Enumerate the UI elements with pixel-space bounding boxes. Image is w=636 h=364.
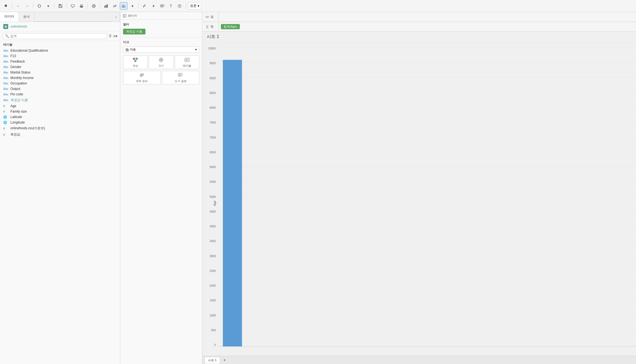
field-family-size[interactable]: # Family size	[0, 109, 120, 114]
marks-type-dropdown[interactable]: 자동 ▾	[123, 46, 199, 53]
swap-icon[interactable]	[111, 2, 119, 10]
field-name: Monthly Income	[10, 76, 34, 80]
view-icon[interactable]: ≡▾	[113, 34, 117, 38]
sheet-tab-bar: 시트 1 +	[202, 356, 636, 364]
type-icon-abc: Abc	[3, 93, 9, 96]
grid-line	[217, 212, 636, 212]
grid-line	[217, 257, 636, 257]
filter-icon[interactable]: ⊽	[109, 34, 112, 38]
pause-button[interactable]	[90, 2, 98, 10]
y-label-7000: 7000	[210, 136, 217, 139]
sep7	[138, 3, 139, 9]
svg-rect-8	[106, 5, 107, 8]
svg-point-24	[133, 58, 135, 60]
back-button[interactable]: ←	[14, 2, 22, 10]
marks-color-btn[interactable]: 색상	[123, 55, 148, 69]
save-button[interactable]	[57, 2, 64, 10]
marks-label-btn[interactable]: 레이블	[175, 55, 199, 69]
field-pin-code[interactable]: Abc Pin code	[0, 92, 120, 97]
highlight-dropdown[interactable]: ▾	[150, 2, 157, 10]
tooltip-button[interactable]	[158, 2, 166, 10]
presentation-button[interactable]	[69, 2, 77, 10]
field-measure-name[interactable]: Abc 측정값 이름	[0, 97, 120, 103]
marks-section: 마크 자동 ▾	[120, 37, 202, 87]
bar-age[interactable]: Age	[223, 60, 242, 347]
type-icon-abc: Abc	[3, 77, 9, 80]
field-measure[interactable]: # 측정값	[0, 131, 120, 138]
standard-dropdown[interactable]: 표준 ▾	[188, 2, 201, 10]
undo-button[interactable]	[36, 2, 43, 10]
type-icon-hash: #	[3, 127, 9, 130]
search-icon: 🔍	[5, 34, 9, 38]
svg-rect-1	[59, 4, 61, 5]
field-name: 측정값	[10, 132, 20, 137]
field-gender[interactable]: Abc Gender	[0, 64, 120, 70]
add-sheet-button[interactable]: +	[221, 357, 228, 363]
marks-detail-btn[interactable]: 세부 정보	[123, 71, 161, 84]
search-wrapper: 🔍	[3, 33, 107, 39]
grid-line	[217, 122, 636, 122]
marks-tooltip-btn[interactable]: 도구 설명	[162, 71, 200, 84]
grid-line	[217, 167, 636, 167]
toolbar: ← → ▾	[0, 0, 636, 12]
field-name: Longitude	[10, 121, 25, 124]
y-label-5000: 5000	[210, 195, 217, 198]
print-button[interactable]	[78, 2, 85, 10]
pages-label: 페이지	[128, 14, 137, 18]
field-count[interactable]: # onlinefoods.csv(카운트)	[0, 125, 120, 131]
y-label-1500: 1500	[210, 299, 217, 302]
grid-line	[217, 137, 636, 137]
svg-point-18	[179, 5, 180, 5]
field-occupation[interactable]: Abc Occupation	[0, 81, 120, 86]
tab-data[interactable]: 데이터	[0, 12, 19, 22]
sep5	[87, 3, 88, 9]
svg-rect-5	[81, 6, 82, 7]
sheet-tab-1[interactable]: 시트 1	[205, 357, 220, 363]
type-icon-abc: Abc	[3, 49, 9, 52]
chart-icon[interactable]	[102, 2, 110, 10]
grid-line-bottom	[217, 346, 636, 347]
field-educational-qualifications[interactable]: Abc Educational Qualifications	[0, 48, 120, 53]
y-axis-title: Age	[213, 201, 216, 206]
grid-line	[217, 182, 636, 182]
undo-dropdown[interactable]: ▾	[44, 2, 52, 10]
tab-collapse[interactable]: ›	[111, 12, 120, 22]
field-name: Feedback	[10, 60, 25, 63]
grid-line	[217, 242, 636, 242]
forward-button[interactable]: →	[23, 2, 31, 10]
type-icon-geo: 🌐	[3, 115, 9, 119]
field-marital-status[interactable]: Abc Marital Status	[0, 70, 120, 75]
svg-rect-9	[107, 4, 108, 8]
tab-analysis[interactable]: 분석	[19, 12, 34, 22]
selected-chart[interactable]	[120, 2, 127, 10]
datasource-name[interactable]: onlinefoods	[10, 25, 27, 28]
filter-pill[interactable]: 측정값 이름	[123, 29, 145, 34]
settings-icon[interactable]	[2, 2, 10, 10]
field-feedback[interactable]: Abc Feedback	[0, 59, 120, 64]
sep4	[66, 3, 67, 9]
field-age[interactable]: # Age	[0, 103, 120, 109]
y-label-4500: 4500	[210, 210, 217, 213]
field-output[interactable]: Abc Output	[0, 86, 120, 92]
search-input[interactable]	[10, 34, 105, 38]
svg-rect-36	[178, 73, 182, 76]
svg-point-29	[161, 60, 162, 60]
chart-area: 10000 9500 9000 8500 8000 7500 7000 6500…	[202, 42, 636, 356]
caption-button[interactable]	[176, 2, 183, 10]
type-icon-geo: 🌐	[3, 121, 9, 124]
field-name: Pin code	[10, 92, 23, 96]
field-latitude[interactable]: 🌐 Latitude	[0, 114, 120, 120]
bar-area: Age	[223, 45, 242, 347]
rows-pill[interactable]: 합계(Age)	[221, 24, 240, 29]
field-f13[interactable]: Abc F13	[0, 53, 120, 59]
annotation-button[interactable]: T	[167, 2, 175, 10]
highlight-button[interactable]	[141, 2, 148, 10]
y-label-10000: 10000	[208, 47, 217, 50]
marks-size-btn[interactable]: 크기	[149, 55, 173, 69]
chart-dropdown[interactable]: ▾	[129, 2, 136, 10]
svg-rect-7	[104, 6, 105, 8]
field-name: Marital Status	[10, 71, 30, 74]
field-longitude[interactable]: 🌐 Longitude	[0, 120, 120, 125]
type-icon-abc: Abc	[3, 87, 9, 90]
field-monthly-income[interactable]: Abc Monthly Income	[0, 75, 120, 81]
